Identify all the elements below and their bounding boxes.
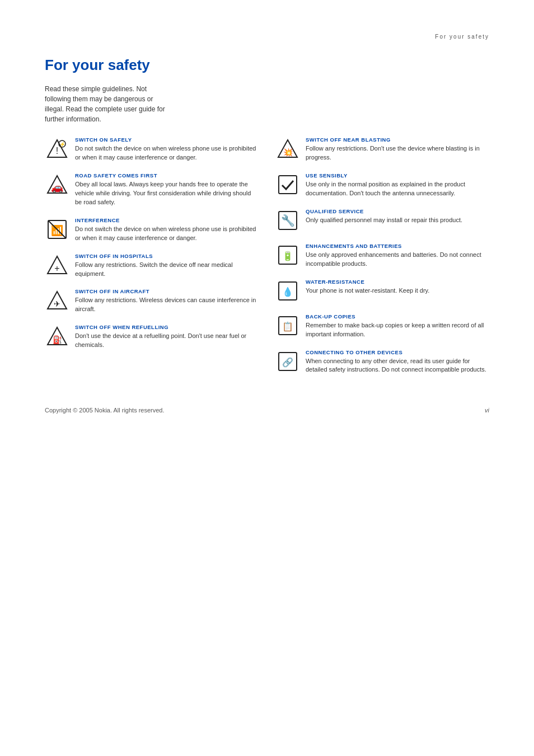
connecting-text: CONNECTING TO OTHER DEVICES When connect… bbox=[306, 349, 489, 375]
use-sensibly-body: Use only in the normal position as expla… bbox=[306, 180, 489, 198]
blasting-text: SWITCH OFF NEAR BLASTING Follow any rest… bbox=[306, 137, 489, 162]
batteries-body: Use only approved enhancements and batte… bbox=[306, 251, 489, 269]
list-item: 💧 WATER-RESISTANCE Your phone is not wat… bbox=[275, 279, 489, 303]
list-item: 📶 INTERFERENCE Do not switch the device … bbox=[45, 217, 259, 243]
backup-text: BACK-UP COPIES Remember to make back-up … bbox=[306, 313, 489, 339]
aircraft-body: Follow any restrictions. Wireless device… bbox=[75, 296, 259, 314]
refuelling-text: SWITCH OFF WHEN REFUELLING Don't use the… bbox=[75, 324, 259, 350]
svg-rect-17 bbox=[279, 176, 297, 194]
switch-on-safely-title: SWITCH ON SAFELY bbox=[75, 137, 259, 143]
road-safety-icon: 🚗 bbox=[45, 172, 69, 197]
list-item: ⛽ SWITCH OFF WHEN REFUELLING Don't use t… bbox=[45, 324, 259, 350]
hospitals-icon: + bbox=[45, 253, 69, 278]
svg-text:🔗: 🔗 bbox=[282, 357, 293, 368]
refuelling-title: SWITCH OFF WHEN REFUELLING bbox=[75, 324, 259, 330]
svg-text:!: ! bbox=[56, 146, 58, 156]
qualified-service-body: Only qualified personnel may install or … bbox=[306, 216, 489, 225]
list-item: 🔧 QUALIFIED SERVICE Only qualified perso… bbox=[275, 208, 489, 233]
header-label: For your safety bbox=[45, 34, 489, 40]
batteries-icon: 🔋 bbox=[275, 243, 300, 267]
left-column: ! ⚡ SWITCH ON SAFELY Do not switch the d… bbox=[45, 137, 259, 384]
svg-text:💧: 💧 bbox=[282, 287, 293, 297]
connecting-body: When connecting to any other device, rea… bbox=[306, 357, 489, 375]
connecting-icon: 🔗 bbox=[275, 349, 300, 374]
hospitals-body: Follow any restrictions. Switch the devi… bbox=[75, 261, 259, 279]
page-number: vi bbox=[485, 407, 489, 414]
list-item: 📋 BACK-UP COPIES Remember to make back-u… bbox=[275, 313, 489, 339]
page-title: For your safety bbox=[45, 57, 489, 74]
interference-text: INTERFERENCE Do not switch the device on… bbox=[75, 217, 259, 243]
backup-body: Remember to make back-up copies or keep … bbox=[306, 321, 489, 339]
blasting-icon: 💥 bbox=[275, 137, 300, 161]
svg-text:+: + bbox=[54, 264, 59, 273]
use-sensibly-icon bbox=[275, 172, 300, 197]
water-body: Your phone is not water-resistant. Keep … bbox=[306, 287, 489, 295]
interference-icon: 📶 bbox=[45, 217, 69, 242]
aircraft-text: SWITCH OFF IN AIRCRAFT Follow any restri… bbox=[75, 288, 259, 314]
right-column: 💥 SWITCH OFF NEAR BLASTING Follow any re… bbox=[275, 137, 489, 384]
batteries-title: ENHANCEMENTS AND BATTERIES bbox=[306, 243, 489, 249]
content-area: ! ⚡ SWITCH ON SAFELY Do not switch the d… bbox=[45, 137, 489, 384]
water-text: WATER-RESISTANCE Your phone is not water… bbox=[306, 279, 489, 295]
aircraft-icon: ✈ bbox=[45, 288, 69, 313]
svg-text:✈: ✈ bbox=[54, 299, 60, 308]
interference-body: Do not switch the device on when wireles… bbox=[75, 225, 259, 243]
road-safety-text: ROAD SAFETY COMES FIRST Obey all local l… bbox=[75, 172, 259, 207]
intro-text: Read these simple guidelines. Not follow… bbox=[45, 84, 168, 124]
copyright: Copyright © 2005 Nokia. All rights reser… bbox=[45, 407, 165, 414]
footer: Copyright © 2005 Nokia. All rights reser… bbox=[45, 401, 489, 414]
list-item: 💥 SWITCH OFF NEAR BLASTING Follow any re… bbox=[275, 137, 489, 162]
interference-title: INTERFERENCE bbox=[75, 217, 259, 223]
water-icon: 💧 bbox=[275, 279, 300, 303]
use-sensibly-title: USE SENSIBLY bbox=[306, 172, 489, 179]
list-item: ! ⚡ SWITCH ON SAFELY Do not switch the d… bbox=[45, 137, 259, 162]
list-item: ✈ SWITCH OFF IN AIRCRAFT Follow any rest… bbox=[45, 288, 259, 314]
batteries-text: ENHANCEMENTS AND BATTERIES Use only appr… bbox=[306, 243, 489, 269]
road-safety-title: ROAD SAFETY COMES FIRST bbox=[75, 172, 259, 179]
use-sensibly-text: USE SENSIBLY Use only in the normal posi… bbox=[306, 172, 489, 198]
svg-text:📋: 📋 bbox=[282, 321, 293, 332]
list-item: + SWITCH OFF IN HOSPITALS Follow any res… bbox=[45, 253, 259, 279]
svg-text:💥: 💥 bbox=[283, 148, 293, 157]
list-item: 🔋 ENHANCEMENTS AND BATTERIES Use only ap… bbox=[275, 243, 489, 269]
blasting-title: SWITCH OFF NEAR BLASTING bbox=[306, 137, 489, 143]
svg-text:🔧: 🔧 bbox=[281, 214, 295, 227]
svg-text:🚗: 🚗 bbox=[51, 181, 64, 194]
refuelling-body: Don't use the device at a refuelling poi… bbox=[75, 332, 259, 350]
connecting-title: CONNECTING TO OTHER DEVICES bbox=[306, 349, 489, 355]
switch-on-safely-text: SWITCH ON SAFELY Do not switch the devic… bbox=[75, 137, 259, 162]
hospitals-title: SWITCH OFF IN HOSPITALS bbox=[75, 253, 259, 259]
list-item: USE SENSIBLY Use only in the normal posi… bbox=[275, 172, 489, 198]
switch-on-safely-icon: ! ⚡ bbox=[45, 137, 69, 161]
switch-on-safely-body: Do not switch the device on when wireles… bbox=[75, 144, 259, 162]
page: For your safety For your safety Read the… bbox=[0, 0, 534, 756]
water-title: WATER-RESISTANCE bbox=[306, 279, 489, 285]
refuelling-icon: ⛽ bbox=[45, 324, 69, 349]
svg-text:⚡: ⚡ bbox=[59, 141, 66, 148]
list-item: 🚗 ROAD SAFETY COMES FIRST Obey all local… bbox=[45, 172, 259, 207]
list-item: 🔗 CONNECTING TO OTHER DEVICES When conne… bbox=[275, 349, 489, 375]
qualified-service-icon: 🔧 bbox=[275, 208, 300, 233]
aircraft-title: SWITCH OFF IN AIRCRAFT bbox=[75, 288, 259, 294]
qualified-service-title: QUALIFIED SERVICE bbox=[306, 208, 489, 214]
road-safety-body: Obey all local laws. Always keep your ha… bbox=[75, 180, 259, 207]
blasting-body: Follow any restrictions. Don't use the d… bbox=[306, 144, 489, 162]
svg-text:⛽: ⛽ bbox=[53, 335, 63, 345]
backup-icon: 📋 bbox=[275, 313, 300, 338]
svg-text:🔋: 🔋 bbox=[282, 251, 293, 261]
hospitals-text: SWITCH OFF IN HOSPITALS Follow any restr… bbox=[75, 253, 259, 279]
qualified-service-text: QUALIFIED SERVICE Only qualified personn… bbox=[306, 208, 489, 225]
backup-title: BACK-UP COPIES bbox=[306, 313, 489, 320]
